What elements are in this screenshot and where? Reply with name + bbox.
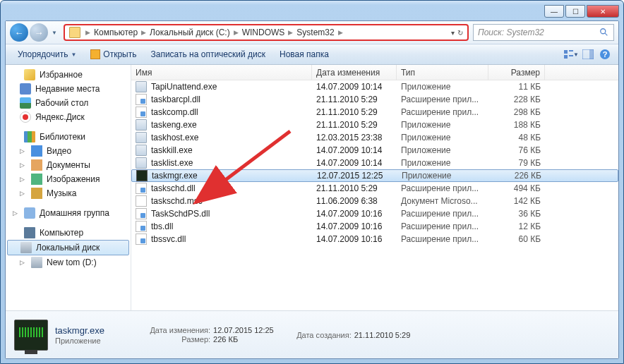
file-date: 14.07.2009 10:16 (312, 208, 397, 219)
svg-rect-2 (564, 50, 568, 54)
tree-video[interactable]: ▷Видео (6, 144, 131, 158)
file-icon (136, 107, 147, 118)
file-name: taskkill.exe (151, 145, 193, 155)
search-icon (599, 28, 609, 37)
col-type[interactable]: Тип (397, 65, 488, 80)
search-input[interactable]: Поиск: System32 (473, 24, 614, 41)
file-row[interactable]: taskcomp.dll21.11.2010 5:29Расширение пр… (131, 106, 618, 119)
file-row[interactable]: taskkill.exe14.07.2009 10:14Приложение76… (131, 144, 618, 157)
file-size: 142 КБ (488, 195, 545, 207)
file-icon (136, 233, 147, 245)
file-type: Документ Microso... (397, 195, 488, 207)
document-icon (31, 159, 42, 171)
file-type: Приложение (397, 81, 488, 92)
file-size: 60 КБ (488, 233, 545, 245)
file-type: Приложение (397, 132, 488, 143)
file-type: Приложение (397, 145, 488, 156)
file-row[interactable]: taskschd.msc11.06.2009 6:38Документ Micr… (131, 195, 618, 207)
file-row[interactable]: taskeng.exe21.11.2010 5:29Приложение188 … (131, 119, 618, 131)
file-row[interactable]: taskmgr.exe12.07.2015 12:25Приложение226… (131, 169, 618, 182)
file-size: 76 КБ (488, 145, 545, 156)
tree-desktop[interactable]: Рабочий стол (6, 96, 131, 110)
file-icon (136, 94, 147, 105)
file-type: Расширение прил... (397, 233, 488, 245)
tree-computer[interactable]: Компьютер (6, 226, 131, 240)
breadcrumb[interactable]: ▶ Компьютер▶ Локальный диск (C:)▶ WINDOW… (83, 28, 345, 37)
file-row[interactable]: tasklist.exe14.07.2009 10:14Приложение79… (131, 157, 618, 169)
file-row[interactable]: TaskSchdPS.dll14.07.2009 10:16Расширение… (131, 207, 618, 220)
file-size: 36 КБ (488, 208, 545, 219)
tree-homegroup[interactable]: ▷Домашняя группа (6, 206, 131, 220)
file-size: 226 КБ (489, 170, 546, 181)
open-icon (90, 49, 100, 59)
music-icon (31, 188, 42, 199)
col-date[interactable]: Дата изменения (312, 65, 397, 80)
file-row[interactable]: TapiUnattend.exe14.07.2009 10:14Приложен… (131, 80, 618, 93)
file-name: tbssvc.dll (151, 234, 186, 244)
minimize-button[interactable]: — (544, 5, 564, 18)
chevron-down-icon[interactable]: ▾ (451, 29, 455, 37)
tree-local-disk[interactable]: Локальный диск (7, 240, 129, 255)
tree-recent[interactable]: Недавние места (6, 82, 131, 96)
view-button[interactable]: ▼ (563, 47, 579, 62)
col-name[interactable]: Имя (131, 65, 312, 80)
file-row[interactable]: taskhost.exe12.03.2015 23:38Приложение48… (131, 131, 618, 144)
preview-pane-button[interactable] (580, 47, 596, 62)
tree-music[interactable]: ▷Музыка (6, 186, 131, 200)
folder-icon (69, 27, 80, 38)
forward-button[interactable]: → (30, 23, 48, 42)
tree-docs[interactable]: ▷Документы (6, 158, 131, 172)
file-size: 494 КБ (488, 183, 545, 194)
file-date: 21.11.2010 5:29 (312, 107, 397, 118)
address-bar[interactable]: ▶ Компьютер▶ Локальный диск (C:)▶ WINDOW… (64, 24, 469, 41)
file-type: Расширение прил... (397, 107, 488, 118)
svg-point-0 (601, 29, 606, 34)
hdd-icon (20, 242, 32, 253)
file-type: Расширение прил... (397, 94, 488, 105)
help-button[interactable]: ? (597, 47, 613, 62)
desktop-icon (20, 97, 31, 109)
close-button[interactable]: ✕ (587, 5, 619, 18)
file-name: taskmgr.exe (152, 171, 198, 181)
open-button[interactable]: Открыть (84, 47, 143, 62)
file-row[interactable]: tbs.dll14.07.2009 10:16Расширение прил..… (131, 220, 618, 233)
navigation-tree[interactable]: Избранное Недавние места Рабочий стол Ян… (6, 65, 131, 310)
library-icon (24, 131, 35, 142)
refresh-icon[interactable]: ↻ (457, 29, 463, 37)
svg-line-1 (605, 33, 608, 36)
file-row[interactable]: tbssvc.dll14.07.2009 10:16Расширение при… (131, 233, 618, 245)
nav-bar: ← → ▼ ▶ Компьютер▶ Локальный диск (C:)▶ … (6, 21, 618, 44)
file-row[interactable]: taskbarcpl.dll21.11.2010 5:29Расширение … (131, 93, 618, 106)
file-date: 14.07.2009 10:16 (312, 233, 397, 245)
file-date: 14.07.2009 10:16 (312, 221, 397, 232)
recent-icon (20, 83, 31, 95)
column-headers[interactable]: Имя Дата изменения Тип Размер (131, 65, 618, 80)
computer-icon (24, 227, 35, 238)
file-name: tbs.dll (151, 222, 173, 231)
organize-button[interactable]: Упорядочить▼ (11, 47, 83, 62)
file-row[interactable]: taskschd.dll21.11.2010 5:29Расширение пр… (131, 182, 618, 195)
file-date: 21.11.2010 5:29 (312, 183, 397, 194)
history-dropdown[interactable]: ▼ (49, 25, 59, 40)
new-folder-button[interactable]: Новая папка (273, 47, 335, 62)
tree-yandex[interactable]: Яндекс.Диск (6, 110, 131, 124)
tree-libraries[interactable]: Библиотеки (6, 130, 131, 144)
svg-rect-7 (589, 49, 594, 59)
maximize-button[interactable]: ☐ (565, 5, 585, 18)
col-size[interactable]: Размер (488, 65, 545, 80)
home-icon (24, 207, 35, 219)
tree-images[interactable]: ▷Изображения (6, 172, 131, 186)
details-type: Приложение (55, 336, 104, 345)
burn-button[interactable]: Записать на оптический диск (144, 47, 272, 62)
back-button[interactable]: ← (10, 23, 28, 42)
tree-favorites[interactable]: Избранное (6, 68, 131, 82)
file-type: Приложение (397, 170, 489, 181)
file-date: 12.03.2015 23:38 (312, 132, 397, 143)
file-type: Расширение прил... (397, 183, 488, 194)
file-size: 79 КБ (488, 157, 545, 169)
file-size: 48 КБ (488, 132, 545, 143)
file-list[interactable]: Имя Дата изменения Тип Размер TapiUnatte… (131, 65, 618, 310)
file-icon (136, 195, 147, 207)
file-date: 14.07.2009 10:14 (312, 157, 397, 169)
tree-new-tom[interactable]: ▷New tom (D:) (6, 255, 131, 269)
